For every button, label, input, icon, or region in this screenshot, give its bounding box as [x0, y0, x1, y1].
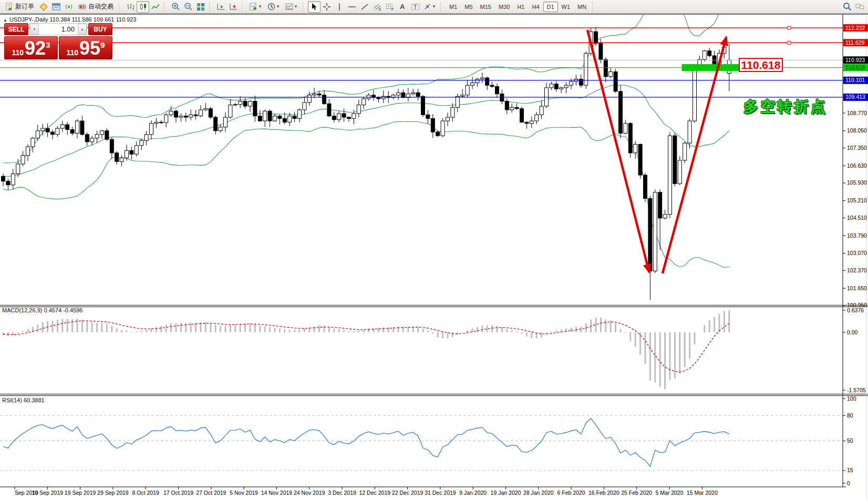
templates-button[interactable]: ▼: [283, 1, 301, 13]
market-watch-icon[interactable]: [37, 1, 50, 13]
candle: [554, 84, 558, 89]
svg-text:100: 100: [847, 395, 856, 402]
toolbar-separator: [164, 2, 168, 12]
candle: [298, 110, 302, 118]
svg-text:9 Jan 2020: 9 Jan 2020: [459, 490, 487, 496]
auto-trading-button[interactable]: 自动交易: [75, 1, 117, 13]
timeframe-button-m15[interactable]: M15: [477, 2, 495, 12]
candle: [377, 98, 380, 99]
signals-icon[interactable]: [63, 1, 75, 13]
candle: [100, 131, 104, 135]
svg-text:29 Sep 2019: 29 Sep 2019: [97, 490, 129, 496]
candle: [243, 101, 247, 106]
volume-input[interactable]: [39, 24, 78, 35]
candle: [599, 44, 603, 59]
new-order-button[interactable]: 新订单: [2, 1, 37, 13]
chat-icon[interactable]: [853, 1, 866, 13]
buy-price-pip: 9: [100, 41, 105, 49]
candle: [263, 111, 267, 121]
chart-title[interactable]: ▲USDJPY-,Daily 110.384 111.586 109.661 1…: [3, 16, 137, 23]
candle: [480, 78, 484, 79]
buy-price-tile[interactable]: 110959: [59, 36, 112, 59]
sell-price-tile[interactable]: 110923: [4, 36, 58, 59]
timeframe-button-m30[interactable]: M30: [495, 2, 513, 12]
timeframe-button-w1[interactable]: W1: [558, 2, 574, 12]
candle: [476, 79, 479, 83]
candle: [80, 121, 84, 135]
zoom-out-icon[interactable]: [182, 1, 194, 13]
candle: [416, 93, 420, 96]
svg-text:104.510: 104.510: [847, 215, 867, 221]
timeframe-button-mn[interactable]: MN: [574, 2, 590, 12]
volume-increase-button[interactable]: ▲: [78, 24, 87, 35]
search-icon[interactable]: [841, 1, 853, 13]
auto-scroll-icon[interactable]: [214, 1, 227, 13]
text-icon[interactable]: A: [396, 1, 409, 13]
timeframe-button-d1[interactable]: D1: [543, 2, 558, 12]
periods-button[interactable]: ▼: [265, 1, 283, 13]
new-chart-icon[interactable]: [50, 1, 63, 13]
candle: [283, 118, 286, 122]
candle: [362, 99, 366, 105]
label-icon[interactable]: T: [409, 1, 421, 13]
candle: [693, 67, 697, 121]
candlestick-icon[interactable]: [137, 1, 149, 13]
candle: [70, 129, 74, 133]
candle: [159, 122, 163, 123]
candle: [347, 117, 351, 118]
crosshair-icon[interactable]: [321, 1, 333, 13]
bar-chart-icon[interactable]: [124, 1, 137, 13]
indicators-button[interactable]: ▼: [247, 1, 265, 13]
candle: [421, 96, 425, 115]
candle: [471, 83, 474, 85]
trendline-icon[interactable]: [358, 1, 371, 13]
svg-text:107.350: 107.350: [847, 145, 867, 151]
svg-text:109.413: 109.413: [845, 94, 865, 100]
zoom-in-icon[interactable]: [169, 1, 182, 13]
vline-icon[interactable]: [333, 1, 346, 13]
fibonacci-icon[interactable]: F: [384, 1, 396, 13]
timeframe-button-h4[interactable]: H4: [528, 2, 543, 12]
candle: [209, 109, 212, 117]
timeframe-button-m1[interactable]: M1: [446, 2, 461, 12]
candle: [604, 59, 607, 77]
buy-button[interactable]: BUY: [88, 23, 112, 35]
arrows-icon: [423, 3, 431, 11]
svg-text:-1.5705: -1.5705: [847, 387, 866, 393]
channel-icon[interactable]: E: [371, 1, 384, 13]
chart-shift-icon[interactable]: [227, 1, 240, 13]
volume-decrease-button[interactable]: ▼: [30, 24, 39, 35]
toolbar-separator: [209, 2, 213, 12]
chart-canvas[interactable]: 108.770108.050107.350106.630105.930105.2…: [0, 0, 868, 499]
candle: [451, 107, 454, 117]
candle: [130, 150, 133, 154]
turning-point-annotation[interactable]: 多空转折点: [743, 97, 828, 117]
svg-text:105.930: 105.930: [847, 179, 867, 186]
svg-text:E: E: [379, 7, 381, 11]
toolbar-separator: [592, 2, 596, 12]
svg-text:6 Feb 2020: 6 Feb 2020: [557, 490, 585, 496]
candle: [125, 150, 129, 158]
timeframe-button-h1[interactable]: H1: [513, 2, 528, 12]
candle: [638, 144, 642, 175]
cursor-icon[interactable]: [308, 1, 321, 13]
timeframe-button-m5[interactable]: M5: [461, 2, 476, 12]
hline-icon[interactable]: [346, 1, 358, 13]
candle: [184, 116, 188, 117]
candle: [490, 85, 494, 86]
candle: [466, 85, 469, 95]
candle: [56, 128, 59, 135]
collapse-arrow-icon[interactable]: ▲: [3, 18, 7, 23]
svg-text:110.101: 110.101: [845, 77, 865, 83]
price-annotation-box[interactable]: 110.618: [739, 58, 783, 72]
candle: [51, 132, 55, 135]
chart-background: [0, 14, 868, 499]
line-chart-icon[interactable]: [149, 1, 162, 13]
toolbar-separator: [242, 2, 245, 12]
tile-windows-icon[interactable]: [194, 1, 207, 13]
sell-button[interactable]: SELL: [4, 23, 28, 35]
arrows-tool-button[interactable]: ▼: [421, 1, 438, 13]
svg-text:105.210: 105.210: [847, 197, 867, 203]
candle: [194, 115, 198, 116]
sell-price-main: 92: [25, 40, 46, 56]
